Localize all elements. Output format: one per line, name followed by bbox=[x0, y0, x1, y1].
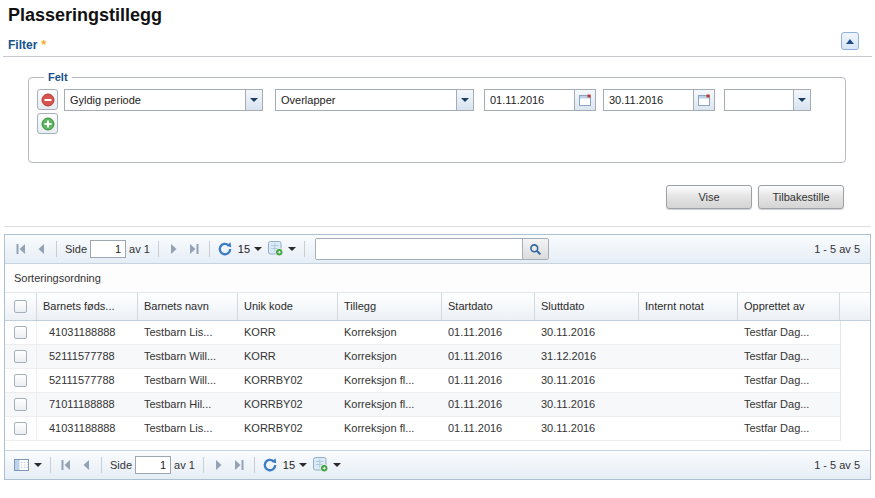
cell-barnets-fodselsnummer: 41031188888 bbox=[37, 321, 138, 344]
row-checkbox[interactable] bbox=[14, 422, 27, 435]
page-of-label: av 1 bbox=[174, 459, 195, 471]
export-menu[interactable] bbox=[310, 457, 344, 473]
last-page-button[interactable] bbox=[184, 239, 204, 259]
column-header-opprettet-av[interactable]: Opprettet av bbox=[738, 293, 840, 320]
refresh-button[interactable] bbox=[215, 239, 235, 259]
extra-select[interactable] bbox=[724, 89, 811, 111]
search-button[interactable] bbox=[522, 239, 548, 259]
grid-toolbar-top: Side av 1 15 1 - 5 av 5 bbox=[5, 235, 870, 264]
prev-page-icon bbox=[34, 242, 48, 256]
prev-page-icon bbox=[79, 458, 93, 472]
table-row[interactable]: 41031188888 Testbarn Lis... KORRBY02 Kor… bbox=[5, 417, 841, 441]
cell-startdato: 01.11.2016 bbox=[442, 369, 535, 392]
row-checkbox[interactable] bbox=[14, 350, 27, 363]
date-from-field bbox=[484, 89, 596, 111]
remove-criteria-button[interactable] bbox=[37, 89, 58, 110]
record-range-label: 1 - 5 av 5 bbox=[814, 243, 860, 255]
date-from-picker-button[interactable] bbox=[574, 90, 595, 110]
operator-select[interactable]: Overlapper bbox=[275, 89, 474, 111]
column-header-barnets-fodselsnummer[interactable]: Barnets føds... bbox=[37, 293, 138, 320]
toolbar-separator bbox=[101, 457, 102, 473]
refresh-icon bbox=[262, 457, 278, 473]
page-of-label: av 1 bbox=[129, 243, 150, 255]
column-header-startdato[interactable]: Startdato bbox=[442, 293, 535, 320]
cell-barnets-fodselsnummer: 71011188888 bbox=[37, 393, 138, 416]
select-all-checkbox[interactable] bbox=[14, 300, 27, 313]
toolbar-separator bbox=[203, 457, 204, 473]
cell-internt-notat bbox=[639, 417, 738, 440]
filter-actions: Vise Tilbakestille bbox=[4, 185, 844, 209]
table-row[interactable]: 41031188888 Testbarn Lis... KORR Korreks… bbox=[5, 321, 841, 345]
page-number-input[interactable] bbox=[90, 240, 126, 258]
toolbar-separator bbox=[304, 241, 305, 257]
row-checkbox-cell bbox=[5, 393, 37, 416]
refresh-button[interactable] bbox=[260, 455, 280, 475]
prev-page-button[interactable] bbox=[31, 239, 51, 259]
next-page-button[interactable] bbox=[209, 455, 229, 475]
minus-circle-icon bbox=[41, 93, 55, 107]
next-page-button[interactable] bbox=[164, 239, 184, 259]
next-page-icon bbox=[212, 458, 226, 472]
grid-group-row: Sorteringsordning bbox=[5, 264, 870, 293]
row-checkbox[interactable] bbox=[14, 398, 27, 411]
date-to-picker-button[interactable] bbox=[693, 90, 714, 110]
field-select-value: Gyldig periode bbox=[65, 90, 245, 110]
collapse-panel-button[interactable] bbox=[841, 32, 859, 50]
column-header-barnets-navn[interactable]: Barnets navn bbox=[138, 293, 238, 320]
cell-tillegg: Korreksjon fl... bbox=[338, 393, 442, 416]
column-header-unik-kode[interactable]: Unik kode bbox=[238, 293, 338, 320]
chevron-up-icon bbox=[846, 39, 854, 44]
cell-barnets-fodselsnummer: 52111577788 bbox=[37, 345, 138, 368]
chevron-down-icon bbox=[461, 98, 469, 102]
extra-select-trigger[interactable] bbox=[793, 90, 810, 110]
cell-opprettet-av: Testfar Dag... bbox=[738, 417, 840, 440]
cell-internt-notat bbox=[639, 393, 738, 416]
cell-tillegg: Korreksjon fl... bbox=[338, 369, 442, 392]
column-header-internt-notat[interactable]: Internt notat bbox=[639, 293, 738, 320]
filter-required-star: * bbox=[41, 37, 46, 52]
date-to-input[interactable] bbox=[604, 90, 693, 110]
page-size-value: 15 bbox=[238, 243, 250, 255]
cell-barnets-navn: Testbarn Will... bbox=[138, 345, 238, 368]
caret-down-icon bbox=[34, 463, 42, 467]
toolbar-separator bbox=[209, 241, 210, 257]
cell-tillegg: Korreksjon bbox=[338, 321, 442, 344]
cell-sluttdato: 30.11.2016 bbox=[535, 393, 639, 416]
column-header-sluttdato[interactable]: Sluttdato bbox=[535, 293, 639, 320]
felt-legend: Felt bbox=[44, 71, 72, 83]
page-label: Side bbox=[110, 459, 132, 471]
first-page-button[interactable] bbox=[56, 455, 76, 475]
row-checkbox-cell bbox=[5, 345, 37, 368]
reset-button[interactable]: Tilbakestille bbox=[758, 185, 844, 209]
export-menu[interactable] bbox=[265, 241, 299, 257]
last-page-button[interactable] bbox=[229, 455, 249, 475]
column-header-tillegg[interactable]: Tillegg bbox=[338, 293, 442, 320]
search-input[interactable] bbox=[316, 239, 522, 259]
page-size-menu[interactable]: 15 bbox=[235, 243, 265, 255]
chevron-down-icon bbox=[798, 98, 806, 102]
operator-select-trigger[interactable] bbox=[456, 90, 473, 110]
cell-opprettet-av: Testfar Dag... bbox=[738, 345, 840, 368]
columns-menu[interactable] bbox=[11, 457, 45, 473]
show-button[interactable]: Vise bbox=[666, 185, 752, 209]
row-checkbox[interactable] bbox=[14, 326, 27, 339]
row-checkbox[interactable] bbox=[14, 374, 27, 387]
table-row[interactable]: 52111577788 Testbarn Will... KORR Korrek… bbox=[5, 345, 841, 369]
page-number-input[interactable] bbox=[135, 456, 171, 474]
first-page-button[interactable] bbox=[11, 239, 31, 259]
filter-criteria-row: Gyldig periode Overlapper bbox=[37, 89, 837, 134]
prev-page-button[interactable] bbox=[76, 455, 96, 475]
table-row[interactable]: 52111577788 Testbarn Will... KORRBY02 Ko… bbox=[5, 369, 841, 393]
cell-barnets-navn: Testbarn Hil... bbox=[138, 393, 238, 416]
chevron-down-icon bbox=[250, 98, 258, 102]
refresh-icon bbox=[217, 241, 233, 257]
date-from-input[interactable] bbox=[485, 90, 574, 110]
page-size-menu[interactable]: 15 bbox=[280, 459, 310, 471]
page-size-value: 15 bbox=[283, 459, 295, 471]
first-page-icon bbox=[59, 458, 73, 472]
add-criteria-button[interactable] bbox=[37, 113, 58, 134]
cell-unik-kode: KORRBY02 bbox=[238, 393, 338, 416]
field-select-trigger[interactable] bbox=[245, 90, 262, 110]
table-row[interactable]: 71011188888 Testbarn Hil... KORRBY02 Kor… bbox=[5, 393, 841, 417]
field-select[interactable]: Gyldig periode bbox=[64, 89, 263, 111]
